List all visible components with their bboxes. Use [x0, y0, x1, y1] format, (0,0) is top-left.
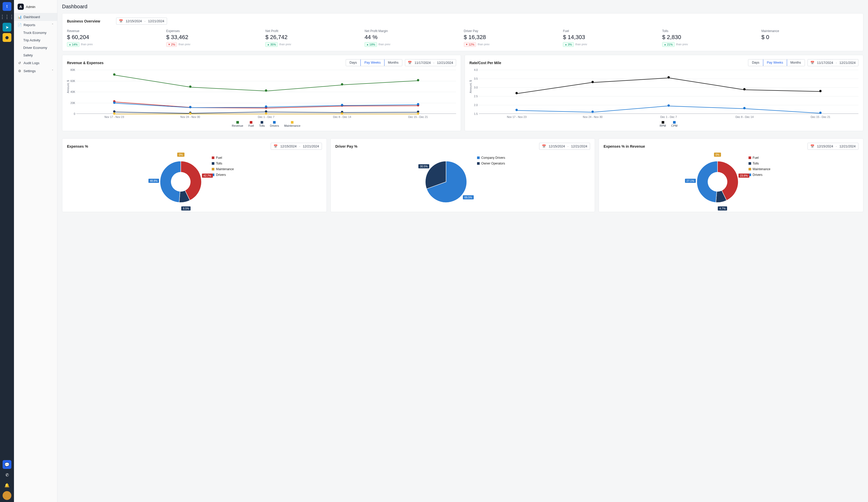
legend-item[interactable]: Fuel: [248, 121, 254, 127]
rail-app-icon-1[interactable]: t: [3, 2, 11, 11]
legend-item[interactable]: RPM: [660, 121, 666, 127]
driver-pay-pct-title: Driver Pay %: [335, 144, 358, 148]
rail-chat-icon[interactable]: 💬: [3, 460, 11, 469]
rail-bell-icon[interactable]: 🔔: [3, 481, 11, 490]
pie-legend-item[interactable]: Drivers: [748, 173, 771, 177]
metric-maintenance: Maintenance $ 0: [761, 29, 858, 47]
rcpm-date-range[interactable]: 📅 11/17/2024 - 12/21/2024: [807, 59, 858, 66]
sidebar-brand: A Admin: [14, 1, 57, 13]
metric-delta: ▲14%: [67, 42, 79, 47]
sidebar-item-settings[interactable]: ⚙ Settings ˅: [14, 67, 57, 75]
rev-exp-date-range[interactable]: 📅 11/17/2024 - 12/21/2024: [405, 59, 456, 66]
brand-user: Admin: [26, 5, 35, 9]
rev-exp-chart: Amount, $ 020K40K60K80K Nov 17 - Nov 23N…: [67, 70, 456, 127]
metric-expenses: Expenses $ 33,462 ▼2%than prev: [166, 29, 264, 47]
panel-revenue-expenses: Revenue & Expenses Days Pay Weeks Months…: [62, 55, 461, 131]
sidebar-item-dashboard[interactable]: 📊 Dashboard: [14, 13, 57, 21]
seg-pay-weeks[interactable]: Pay Weeks: [360, 59, 384, 66]
pie-legend-item[interactable]: Maintenance: [212, 167, 234, 171]
metric-delta: ▼12%: [464, 42, 476, 47]
rev-exp-period-toggle: Days Pay Weeks Months: [346, 59, 402, 66]
expenses-pct-pie: 42.7%8.5%0%48.8%: [155, 156, 207, 208]
metric-driver-pay: Driver Pay $ 16,328 ▼12%than prev: [464, 29, 561, 47]
metric-delta: ▲3%: [563, 42, 574, 47]
pie-legend-item[interactable]: Drivers: [212, 173, 234, 177]
expenses-pct-title: Expenses %: [67, 144, 88, 148]
gauge-icon: 📊: [18, 15, 21, 19]
metric-fuel: Fuel $ 14,303 ▲3%than prev: [563, 29, 660, 47]
pie-slice-label: 0%: [714, 153, 721, 157]
metric-value: $ 16,328: [464, 34, 561, 41]
sidebar: A Admin 📊 Dashboard 📄 Reports ˄ Truck Ec…: [14, 0, 58, 502]
pie-legend-item[interactable]: Tolls: [212, 162, 234, 165]
panel-expenses-pct-revenue: Expenses % in Revenue 📅 12/15/2024 - 12/…: [599, 139, 863, 212]
metric-net-profit: Net Profit $ 26,742 ▲35%than prev: [265, 29, 362, 47]
expenses-pct-date-range[interactable]: 📅 12/15/2024 - 12/21/2024: [271, 143, 322, 150]
sidebar-item-trip-activity[interactable]: Trip Activity: [14, 37, 57, 44]
metric-label: Fuel: [563, 29, 660, 33]
pie-legend-item[interactable]: Owner Operators: [477, 162, 505, 165]
rail-nav-icon[interactable]: ➤: [3, 23, 11, 32]
rail-phone-icon[interactable]: ✆: [3, 470, 11, 479]
panel-rate-cost-mile: Rate/Cost Per Mile Days Pay Weeks Months…: [465, 55, 864, 131]
overview-title: Business Overview: [67, 19, 111, 23]
pie-slice-label: 8.5%: [181, 206, 190, 211]
metric-label: Driver Pay: [464, 29, 561, 33]
seg-months-2[interactable]: Months: [787, 60, 805, 66]
sidebar-item-driver-economy[interactable]: Driver Economy: [14, 44, 57, 51]
seg-months[interactable]: Months: [384, 60, 402, 66]
rail-apps-grid-icon[interactable]: ⋮⋮⋮: [3, 12, 11, 21]
chevron-down-icon: ˅: [52, 69, 53, 73]
expenses-rev-pct-date-range[interactable]: 📅 12/15/2024 - 12/21/2024: [807, 143, 858, 150]
pie-slice-label: 23.8%: [738, 174, 749, 178]
chevron-up-icon: ˄: [52, 23, 53, 27]
pie-legend-item[interactable]: Maintenance: [748, 167, 771, 171]
pie-slice-label: 42.7%: [202, 174, 213, 178]
calendar-icon: 📅: [408, 61, 412, 65]
pie-legend-item[interactable]: Company Drivers: [477, 156, 505, 160]
metric-label: Revenue: [67, 29, 164, 33]
history-icon: ↺: [18, 61, 21, 65]
rail-map-icon[interactable]: ⬣: [3, 33, 11, 42]
pie-legend-item[interactable]: Fuel: [212, 156, 234, 160]
rcpm-title: Rate/Cost Per Mile: [469, 61, 502, 65]
pie-slice-label: 30.5%: [418, 164, 429, 168]
pie-slice-label: 0%: [177, 153, 184, 157]
left-rail: t ⋮⋮⋮ ➤ ⬣ 💬 ✆ 🔔: [0, 0, 14, 502]
overview-date-from: 12/15/2024: [126, 19, 142, 23]
seg-days-2[interactable]: Days: [748, 60, 763, 66]
driver-pay-pct-date-range[interactable]: 📅 12/15/2024 - 12/21/2024: [539, 143, 590, 150]
metric-label: Tolls: [662, 29, 760, 33]
legend-item[interactable]: Tolls: [259, 121, 265, 127]
legend-item[interactable]: Revenue: [232, 121, 243, 127]
expenses-rev-pct-pie: 23.8%4.7%0%27.1%: [692, 156, 743, 208]
overview-date-range[interactable]: 📅 12/15/2024 - 12/21/2024: [116, 18, 167, 24]
metric-delta: ▲35%: [265, 42, 278, 47]
overview-date-to: 12/21/2024: [148, 19, 164, 23]
page-title: Dashboard: [62, 4, 863, 10]
calendar-icon: 📅: [119, 19, 123, 23]
metric-delta: ▲18%: [364, 42, 377, 47]
rev-exp-title: Revenue & Expenses: [67, 61, 104, 65]
sidebar-item-audit-logs[interactable]: ↺ Audit Logs: [14, 59, 57, 67]
svg-point-1: [708, 172, 727, 192]
rcpm-chart: Amount, $ 1.52.02.53.03.54.0 Nov 17 - No…: [469, 70, 859, 127]
sidebar-item-reports[interactable]: 📄 Reports ˄: [14, 21, 57, 29]
sidebar-label-reports: Reports: [23, 23, 35, 27]
metric-value: $ 33,462: [166, 34, 264, 41]
sidebar-item-safety[interactable]: Safety: [14, 51, 57, 59]
pie-legend-item[interactable]: Fuel: [748, 156, 771, 160]
legend-item[interactable]: Drivers: [270, 121, 279, 127]
sidebar-label-dashboard: Dashboard: [23, 15, 40, 19]
legend-item[interactable]: Maintenance: [284, 121, 300, 127]
sidebar-label-settings: Settings: [23, 69, 36, 73]
seg-pay-weeks-2[interactable]: Pay Weeks: [763, 59, 787, 66]
rail-avatar[interactable]: [3, 491, 11, 500]
legend-item[interactable]: CPM: [671, 121, 678, 127]
sidebar-label-audit-logs: Audit Logs: [23, 61, 39, 65]
pie-slice-label: 4.7%: [718, 206, 727, 211]
driver-pay-pct-pie: 69.5%30.5%: [420, 156, 472, 208]
seg-days[interactable]: Days: [346, 60, 361, 66]
pie-legend-item[interactable]: Tolls: [748, 162, 771, 165]
sidebar-item-truck-economy[interactable]: Truck Economy: [14, 29, 57, 37]
